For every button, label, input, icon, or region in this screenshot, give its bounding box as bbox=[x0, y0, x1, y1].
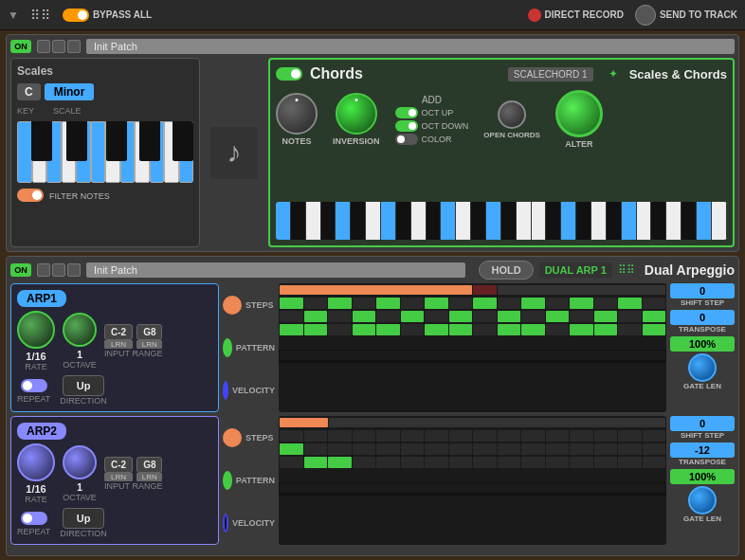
on-button-1[interactable]: ON bbox=[10, 40, 31, 53]
seq2-shift-step: 0 SHIFT STEP bbox=[670, 416, 735, 440]
seq1-steps-item: STEPS bbox=[223, 296, 275, 315]
oct-down-switch[interactable] bbox=[395, 120, 418, 132]
seq2-shift-step-value[interactable]: 0 bbox=[670, 416, 735, 431]
oct-up-toggle[interactable]: OCT UP bbox=[395, 107, 469, 118]
arp1-high-key[interactable]: G8 LRN bbox=[136, 324, 162, 349]
seq2-pattern-label: PATTERN bbox=[236, 476, 275, 485]
seq1-gate-len: 100% GATE LEN bbox=[670, 336, 735, 390]
color-toggle[interactable]: COLOR bbox=[395, 134, 469, 145]
panel-controls-2 bbox=[37, 263, 81, 277]
seq2-gate-len-knob[interactable] bbox=[688, 486, 717, 515]
arp1-name-button[interactable]: ARP1 bbox=[17, 290, 66, 307]
add-section: ADD OCT UP bbox=[395, 95, 469, 145]
seq2-gate-len: 100% GATE LEN bbox=[670, 469, 735, 523]
add-label: ADD bbox=[422, 95, 442, 105]
seq1-pattern-toggle[interactable] bbox=[223, 338, 232, 357]
seq2-gate-len-value[interactable]: 100% bbox=[670, 469, 735, 484]
panel-ctrl-btn-6[interactable] bbox=[67, 263, 81, 277]
arp2-row: ARP2 1/16 RATE 1 OCTAVE bbox=[10, 416, 735, 545]
arp2-name-button[interactable]: ARP2 bbox=[17, 423, 66, 440]
hold-button[interactable]: HOLD bbox=[479, 261, 533, 280]
panel-ctrl-btn-5[interactable] bbox=[52, 263, 65, 277]
inversion-knob[interactable] bbox=[336, 93, 377, 135]
oct-down-toggle[interactable]: OCT DOWN bbox=[395, 120, 469, 132]
seq1-velocity-toggle[interactable] bbox=[223, 381, 228, 400]
color-switch[interactable] bbox=[395, 134, 418, 145]
mini-piano[interactable] bbox=[17, 121, 193, 183]
panel-ctrl-btn-2[interactable] bbox=[52, 40, 65, 53]
seq1-steps-toggle[interactable] bbox=[223, 296, 242, 315]
arp2-panel: ARP2 1/16 RATE 1 OCTAVE bbox=[10, 416, 219, 545]
direct-record-control[interactable]: DIRECT RECORD bbox=[528, 9, 624, 22]
scale-label: SCALE bbox=[53, 106, 82, 116]
notes-knob[interactable] bbox=[276, 93, 318, 135]
arp1-direction-button[interactable]: Up bbox=[63, 375, 105, 396]
seq1-transpose-value[interactable]: 0 bbox=[670, 310, 735, 325]
scales-title: Scales bbox=[17, 64, 193, 78]
seq1-right-controls: 0 SHIFT STEP 0 TRANSPOSE 100% GATE LEN bbox=[670, 283, 735, 412]
arrow-icon[interactable]: ▼ bbox=[8, 9, 19, 22]
arp1-repeat-toggle[interactable] bbox=[21, 379, 47, 392]
arp2-low-key[interactable]: C-2 LRN bbox=[104, 457, 133, 481]
notes-knob-group: NOTES bbox=[276, 93, 318, 146]
grid-icon[interactable]: ⠿⠿ bbox=[30, 8, 51, 23]
seq1-pattern-label: PATTERN bbox=[236, 343, 275, 352]
filter-notes-toggle[interactable] bbox=[17, 189, 44, 202]
arp2-direction-button[interactable]: Up bbox=[63, 508, 105, 529]
arp2-octave-label: OCTAVE bbox=[63, 493, 97, 502]
seq2-steps-col: STEPS PATTERN VELOCITY bbox=[223, 416, 275, 545]
panel-ctrl-btn-1[interactable] bbox=[37, 40, 50, 53]
arp2-octave-value: 1 bbox=[63, 481, 97, 493]
dual-arp-label: DUAL ARP 1 bbox=[539, 262, 612, 278]
arp2-rate-knob[interactable] bbox=[17, 443, 55, 481]
scales-chords-panel: ON Init Patch Scales C Minor KEY SCALE bbox=[6, 34, 739, 252]
seq1-transpose: 0 TRANSPOSE bbox=[670, 310, 735, 334]
key-label: KEY bbox=[17, 106, 34, 116]
arp2-octave-knob[interactable] bbox=[63, 445, 97, 479]
alter-knob[interactable] bbox=[555, 90, 603, 137]
seq2-steps-label: STEPS bbox=[245, 433, 274, 443]
seq2-steps-item: STEPS bbox=[223, 428, 275, 447]
seq1-gate-len-value[interactable]: 100% bbox=[670, 336, 735, 352]
oct-up-label: OCT UP bbox=[422, 108, 454, 117]
panel-ctrl-btn-3[interactable] bbox=[67, 40, 81, 53]
arp1-octave-knob[interactable] bbox=[63, 313, 97, 347]
sc-brand: Scales & Chords bbox=[629, 67, 727, 81]
patch-name-2[interactable]: Init Patch bbox=[86, 262, 465, 278]
chords-switch[interactable] bbox=[276, 67, 302, 81]
panel-ctrl-btn-4[interactable] bbox=[37, 263, 50, 277]
oct-down-label: OCT DOWN bbox=[422, 121, 469, 131]
seq1-area: STEPS PATTERN VELOCITY bbox=[223, 283, 735, 412]
arp1-low-key[interactable]: C-2 LRN bbox=[104, 324, 133, 349]
seq2-pattern-toggle[interactable] bbox=[223, 471, 232, 490]
seq2-transpose-value[interactable]: -12 bbox=[670, 443, 735, 458]
arp1-repeat-group: REPEAT bbox=[17, 377, 50, 404]
seq2-grid[interactable] bbox=[279, 416, 666, 545]
seq1-gate-len-knob[interactable] bbox=[688, 353, 717, 382]
chords-toggle[interactable] bbox=[276, 67, 302, 81]
arp2-high-key[interactable]: G8 LRN bbox=[136, 457, 162, 481]
arp2-rate-group: 1/16 RATE bbox=[17, 443, 55, 504]
patch-name-1[interactable]: Init Patch bbox=[86, 39, 735, 54]
seq1-grid[interactable] bbox=[279, 283, 666, 412]
bypass-switch[interactable] bbox=[63, 9, 89, 22]
seq2-velocity-item: VELOCITY bbox=[223, 514, 275, 533]
key-button[interactable]: C bbox=[17, 83, 41, 100]
scale-button[interactable]: Minor bbox=[45, 83, 95, 100]
open-chords-knob[interactable] bbox=[498, 100, 526, 129]
seq2-velocity-toggle[interactable] bbox=[223, 514, 228, 533]
arp1-rate-label: RATE bbox=[17, 362, 55, 371]
arp1-rate-knob[interactable] bbox=[17, 311, 55, 349]
seq2-steps-toggle[interactable] bbox=[223, 428, 242, 447]
arp2-repeat-toggle[interactable] bbox=[21, 512, 47, 525]
send-to-track-control[interactable]: SEND TO TRACK bbox=[635, 5, 737, 26]
oct-up-switch[interactable] bbox=[395, 107, 418, 118]
bypass-toggle[interactable]: BYPASS ALL bbox=[63, 9, 152, 22]
seq2-velocity-row bbox=[279, 482, 666, 496]
seq1-steps-col: STEPS PATTERN VELOCITY bbox=[223, 283, 275, 412]
on-button-2[interactable]: ON bbox=[10, 263, 31, 277]
sc-top: Scales C Minor KEY SCALE bbox=[10, 58, 735, 247]
seq1-shift-step-value[interactable]: 0 bbox=[670, 283, 735, 298]
arp-body: ARP1 1/16 RATE 1 OCTAVE bbox=[10, 283, 735, 545]
arp2-rate-label: RATE bbox=[17, 495, 55, 504]
